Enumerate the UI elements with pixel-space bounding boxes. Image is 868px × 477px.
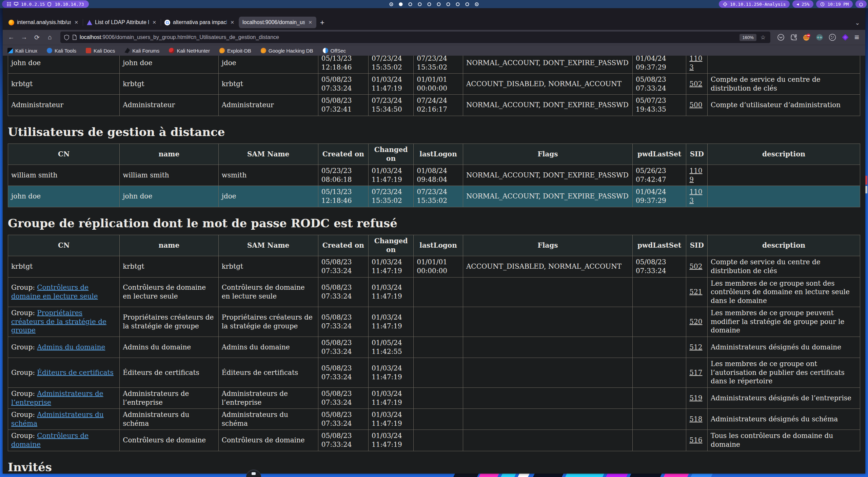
sid-link[interactable]: 517 — [689, 368, 702, 377]
bookmark-kali-tools[interactable]: Kali Tools — [47, 48, 76, 54]
cell-changed: 01/03/24 11:47:19 — [368, 307, 413, 337]
group-link[interactable]: Admins du domaine — [37, 343, 105, 351]
power-button[interactable] — [855, 0, 867, 8]
workspace-switcher[interactable] — [390, 0, 479, 8]
column-header: Created on — [318, 144, 368, 165]
group-link[interactable]: Éditeurs de certificats — [37, 368, 114, 377]
group-link[interactable]: Administrateurs de l’entreprise — [11, 389, 103, 406]
eth-ip: 10.0.2.15 — [21, 2, 45, 7]
panel-left-group[interactable]: 10.0.2.15 10.10.14.73 — [2, 0, 89, 8]
home-button[interactable]: ⌂ — [44, 32, 56, 43]
volume-indicator[interactable]: ◀ 25% — [792, 0, 813, 8]
cell-sid: 520 — [686, 307, 708, 337]
clock-icon — [820, 2, 825, 6]
tracking-shield-icon[interactable] — [64, 35, 70, 40]
extensions-puzzle-icon[interactable] — [790, 33, 798, 41]
cell-sid: 1109 — [686, 165, 708, 186]
cell-pwdlastset — [632, 430, 686, 451]
workspace-dot[interactable] — [390, 2, 393, 6]
url-text[interactable]: localhost:9006/domain_users_by_group.htm… — [80, 34, 737, 40]
sid-link[interactable]: 519 — [689, 394, 702, 402]
cell-pwdlastset — [632, 277, 686, 307]
bookmark-kali-linux[interactable]: Kali Linux — [7, 48, 37, 54]
bookmark-kali-forums[interactable]: Kali Forums — [124, 48, 159, 54]
workspace-dot[interactable] — [409, 2, 412, 6]
vpn-target-indicator[interactable]: 10.10.11.250-Analysis — [719, 0, 790, 8]
group-link[interactable]: Contrôleurs de domaine en lecture seule — [11, 283, 98, 300]
privacy-extension-icon[interactable] — [815, 33, 824, 41]
reload-button[interactable]: ⟳ — [31, 32, 43, 43]
sid-link[interactable]: 1109 — [689, 167, 702, 184]
workspace-dot[interactable] — [399, 2, 403, 6]
section-title: Invités — [8, 460, 860, 474]
cookie-extension-icon[interactable] — [828, 33, 836, 41]
url-host: localhost — [80, 34, 101, 40]
bookmark-kali-docs[interactable]: Kali Docs — [86, 48, 115, 54]
back-button[interactable]: ← — [5, 32, 17, 43]
group-link[interactable]: Propriétaires créateurs de la stratégie … — [11, 309, 106, 334]
cell-flags — [463, 388, 632, 409]
tab-internal-analysis[interactable]: internal.analysis.htb/users/lis ✕ — [5, 17, 82, 28]
cell-sid: 502 — [686, 74, 708, 95]
workspace-dot[interactable] — [447, 2, 450, 6]
bookmark-google-hacking-db[interactable]: Google Hacking DB — [261, 48, 313, 54]
sid-link[interactable]: 520 — [689, 318, 702, 326]
sid-link[interactable]: 502 — [689, 80, 702, 88]
tab-close-icon[interactable]: ✕ — [74, 20, 79, 25]
zoom-level-indicator[interactable]: 160% — [739, 34, 756, 41]
cell-created: 05/08/23 07:33:24 — [318, 430, 368, 451]
tab-google-search[interactable]: G alternativa para impacket - ✕ — [161, 17, 238, 28]
group-link[interactable]: Administrateurs du schéma — [11, 411, 104, 427]
clock-indicator[interactable]: 10:19 PM — [816, 0, 853, 8]
list-all-tabs-icon[interactable]: ⌄ — [855, 19, 863, 30]
sid-link[interactable]: 512 — [689, 343, 702, 351]
table-row: Group: Administrateurs de l’entrepriseAd… — [8, 388, 860, 409]
sid-link[interactable]: 1103 — [689, 56, 702, 71]
url-bar[interactable]: localhost:9006/domain_users_by_group.htm… — [60, 32, 770, 43]
bookmark-offsec[interactable]: OffSec — [323, 48, 346, 54]
cell-cn: Group: Propriétaires créateurs de la str… — [8, 307, 120, 337]
tab-close-icon[interactable]: ✕ — [308, 20, 313, 25]
cell-sid: 1103 — [686, 186, 708, 207]
column-header: Created on — [318, 235, 368, 256]
tab-close-icon[interactable]: ✕ — [152, 20, 157, 25]
kali-linux-icon — [7, 48, 13, 53]
group-link[interactable]: Contrôleurs de domaine — [11, 432, 88, 449]
bookmark-kali-nethunter[interactable]: Kali NetHunter — [169, 48, 210, 54]
cell-lastlogon: 01/01/01 00:00:00 — [414, 256, 463, 277]
table-row: krbtgtkrbtgtkrbtgt05/08/23 07:33:2401/03… — [8, 74, 860, 95]
tab-close-icon[interactable]: ✕ — [230, 20, 235, 25]
new-tab-button[interactable]: + — [317, 18, 329, 30]
users-table: CNnameSAM NameCreated onChanged onlastLo… — [8, 235, 860, 451]
workspace-dot[interactable] — [466, 2, 469, 6]
pocket-icon[interactable] — [777, 33, 785, 41]
workspace-dot[interactable] — [418, 2, 422, 6]
forward-button[interactable]: → — [18, 32, 30, 43]
sid-link[interactable]: 500 — [689, 101, 702, 109]
sid-link[interactable]: 502 — [689, 262, 702, 270]
cell-name: Administrateur — [120, 95, 219, 116]
sid-link[interactable]: 1103 — [689, 188, 702, 205]
sid-link[interactable]: 516 — [689, 436, 702, 444]
sid-link[interactable]: 521 — [689, 288, 702, 296]
wappalyzer-extension-icon[interactable] — [841, 33, 849, 41]
workspace-dot[interactable] — [475, 2, 479, 6]
table-row: john doejohn doejdoe05/13/23 12:18:4607/… — [8, 56, 860, 74]
bookmark-star-icon[interactable]: ☆ — [759, 34, 767, 41]
cell-cn: Group: Admins du domaine — [8, 337, 120, 358]
page-info-icon[interactable] — [72, 35, 77, 40]
cell-sam: Contrôleurs de domaine — [218, 430, 318, 451]
tab-localhost-active[interactable]: localhost:9006/domain_users_ ✕ — [239, 17, 316, 28]
tab-bar: internal.analysis.htb/users/lis ✕ List o… — [3, 8, 865, 30]
tab-ldap-attributes[interactable]: List of LDAP Attribute Nam ✕ — [83, 17, 160, 28]
app-launcher-icon[interactable] — [7, 2, 11, 6]
cell-flags: NORMAL_ACCOUNT, DONT_EXPIRE_PASSWD — [463, 95, 632, 116]
sid-link[interactable]: 518 — [689, 415, 702, 423]
bookmark-exploit-db[interactable]: Exploit-DB — [219, 48, 251, 54]
adblocker-extension-icon[interactable] — [803, 33, 811, 41]
workspace-dot[interactable] — [456, 2, 460, 6]
workspace-dot[interactable] — [437, 2, 441, 6]
cell-pwdlastset — [632, 358, 686, 388]
workspace-dot[interactable] — [428, 2, 431, 6]
menu-button[interactable]: ≡ — [854, 33, 859, 42]
